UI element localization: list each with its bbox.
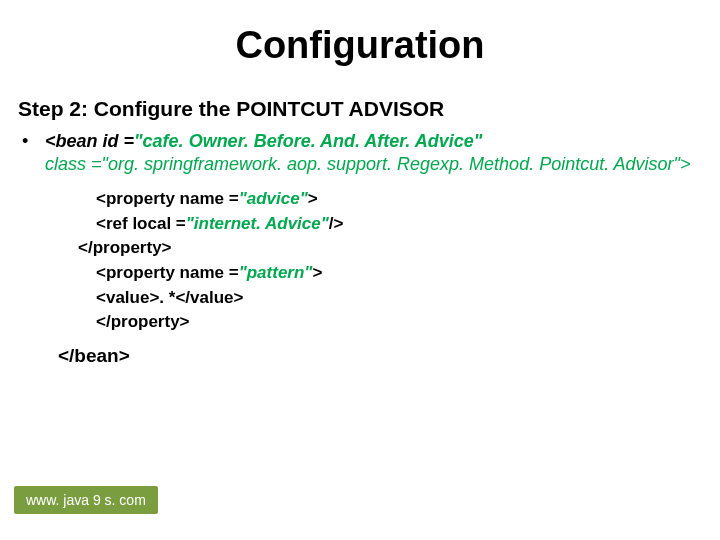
- bean-close-line: </bean>: [58, 345, 720, 367]
- step-heading: Step 2: Configure the POINTCUT ADVISOR: [18, 97, 720, 121]
- prop1-prefix: <property name =: [96, 189, 239, 208]
- prop2-value: "pattern": [239, 263, 313, 282]
- footer-badge: www. java 9 s. com: [14, 486, 158, 514]
- prop2-prefix: <property name =: [96, 263, 239, 282]
- prop2-suffix: >: [312, 263, 322, 282]
- ref-line: <ref local ="internet. Advice"/>: [96, 212, 720, 237]
- property-pattern-open: <property name ="pattern">: [96, 261, 720, 286]
- bean-open-prefix: <bean id =: [45, 131, 134, 151]
- prop1-value: "advice": [239, 189, 308, 208]
- page-title: Configuration: [0, 24, 720, 67]
- property-block: <property name ="advice"> <ref local ="i…: [78, 187, 720, 335]
- bullet-row: • <bean id ="cafe. Owner. Before. And. A…: [22, 131, 720, 175]
- value-line: <value>. *</value>: [96, 286, 720, 311]
- bean-id-value: "cafe. Owner. Before. And. After. Advice…: [134, 131, 482, 151]
- prop1-suffix: >: [308, 189, 318, 208]
- property-advice-open: <property name ="advice">: [96, 187, 720, 212]
- bean-class-line: class ="org. springframework. aop. suppo…: [45, 154, 705, 175]
- bean-open-line: <bean id ="cafe. Owner. Before. And. Aft…: [45, 131, 705, 152]
- ref-prefix: <ref local =: [96, 214, 186, 233]
- ref-suffix: />: [329, 214, 344, 233]
- bullet-icon: •: [22, 131, 40, 152]
- ref-value: "internet. Advice": [186, 214, 329, 233]
- bullet-content: <bean id ="cafe. Owner. Before. And. Aft…: [45, 131, 705, 175]
- property-pattern-close: </property>: [96, 310, 720, 335]
- property-advice-close: </property>: [78, 236, 720, 261]
